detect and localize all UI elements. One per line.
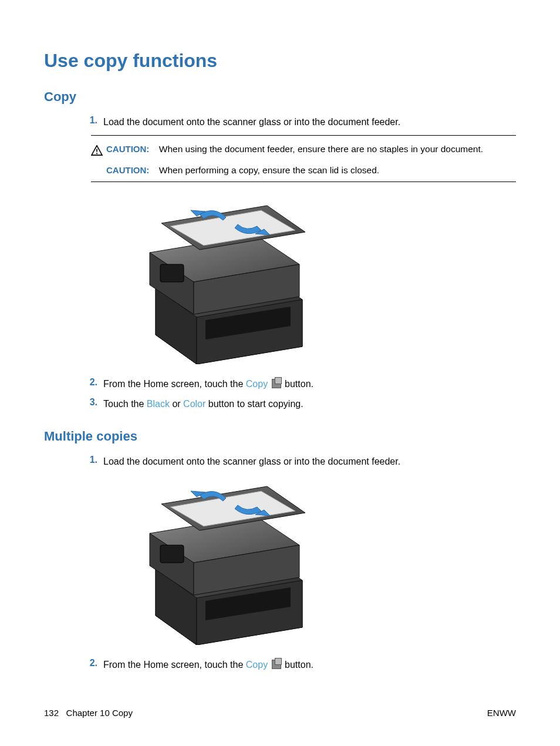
page-title: Use copy functions — [44, 50, 516, 72]
copy-icon — [272, 660, 281, 669]
svg-point-1 — [96, 153, 97, 154]
printer-illustration — [138, 475, 516, 645]
caution-label: CAUTION: — [106, 165, 149, 175]
caution-row: CAUTION: When performing a copy, ensure … — [91, 162, 516, 176]
text-fragment: button. — [282, 379, 313, 389]
list-item: 1. Load the document onto the scanner gl… — [82, 455, 516, 469]
copy-icon — [272, 379, 281, 388]
ui-term-copy: Copy — [246, 660, 268, 670]
warning-triangle-icon — [91, 145, 103, 156]
caution-text: When using the document feeder, ensure t… — [159, 144, 483, 154]
caution-row: CAUTION: When using the document feeder,… — [91, 142, 516, 162]
multiple-steps-list: 1. Load the document onto the scanner gl… — [44, 455, 516, 469]
text-fragment: From the Home screen, touch the — [103, 379, 246, 389]
list-item: 2. From the Home screen, touch the Copy … — [82, 658, 516, 672]
list-item: 1. Load the document onto the scanner gl… — [82, 115, 516, 129]
copy-steps-list: 1. Load the document onto the scanner gl… — [44, 115, 516, 129]
step-text: Load the document onto the scanner glass… — [103, 115, 516, 129]
caution-label: CAUTION: — [106, 144, 149, 154]
step-number: 1. — [82, 455, 103, 465]
step-text: From the Home screen, touch the Copy but… — [103, 377, 516, 391]
svg-rect-3 — [160, 545, 184, 563]
copy-steps-list-cont: 2. From the Home screen, touch the Copy … — [44, 377, 516, 411]
page-number: 132 — [44, 708, 59, 718]
text-fragment: Touch the — [103, 399, 147, 409]
text-fragment: button. — [282, 660, 313, 670]
step-number: 3. — [82, 397, 103, 408]
footer-left: 132 Chapter 10 Copy — [44, 708, 133, 718]
list-item: 3. Touch the Black or Color button to st… — [82, 397, 516, 411]
step-number: 2. — [82, 377, 103, 388]
caution-text: When performing a copy, ensure the scan … — [159, 165, 379, 175]
text-fragment: button to start copying. — [205, 399, 303, 409]
section-heading-multiple: Multiple copies — [44, 429, 516, 444]
text-fragment: From the Home screen, touch the — [103, 660, 246, 670]
chapter-label: Chapter 10 Copy — [66, 708, 133, 718]
footer-right: ENWW — [487, 708, 516, 718]
ui-term-black: Black — [147, 399, 170, 409]
step-text: Touch the Black or Color button to start… — [103, 397, 516, 411]
ui-term-copy: Copy — [246, 379, 268, 389]
section-heading-copy: Copy — [44, 89, 516, 105]
step-number: 1. — [82, 115, 103, 126]
ui-term-color: Color — [183, 399, 205, 409]
page-footer: 132 Chapter 10 Copy ENWW — [44, 708, 516, 718]
step-number: 2. — [82, 658, 103, 668]
list-item: 2. From the Home screen, touch the Copy … — [82, 377, 516, 391]
text-fragment: or — [170, 399, 183, 409]
caution-block: CAUTION: When using the document feeder,… — [91, 135, 516, 182]
printer-illustration — [138, 194, 516, 364]
svg-rect-2 — [160, 264, 184, 282]
step-text: From the Home screen, touch the Copy but… — [103, 658, 516, 672]
step-text: Load the document onto the scanner glass… — [103, 455, 516, 469]
multiple-steps-list-cont: 2. From the Home screen, touch the Copy … — [44, 658, 516, 672]
